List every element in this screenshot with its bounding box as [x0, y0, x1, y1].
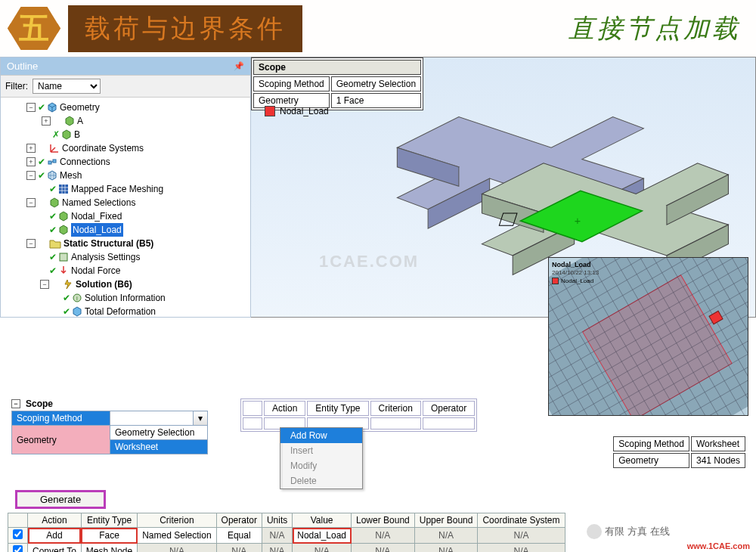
expand-icon[interactable]: −	[26, 171, 36, 180]
col-cs: Coordinate System	[478, 513, 565, 528]
cell-operator[interactable]: Equal	[216, 528, 262, 544]
watermark: 1CAE.COM	[319, 252, 419, 271]
cell-cs: N/A	[478, 544, 565, 553]
tree-static[interactable]: Static Structural (B5)	[64, 237, 153, 250]
filter-row: Filter: Name	[1, 75, 250, 98]
expand-icon[interactable]: −	[26, 239, 36, 248]
selection-icon	[58, 225, 69, 235]
cell-action[interactable]: Add	[28, 528, 82, 544]
settings-icon	[58, 252, 69, 262]
tree-solution[interactable]: Solution (B6)	[76, 278, 132, 291]
bolt-icon	[63, 279, 73, 290]
link-icon	[47, 157, 57, 167]
footer-cn1: 有限	[605, 525, 624, 538]
svg-rect-2	[59, 185, 68, 194]
row-checkbox[interactable]	[13, 529, 23, 539]
context-menu: Add Row Insert Modify Delete	[280, 427, 363, 489]
selection-icon	[58, 211, 69, 222]
inset-title: Nodal_Load	[552, 261, 591, 268]
tree-sol-info[interactable]: Solution Information	[85, 291, 166, 305]
tree-mapped[interactable]: Mapped Face Meshing	[71, 182, 163, 196]
axis-icon	[49, 143, 60, 154]
tree-geom-a[interactable]: A	[77, 114, 83, 128]
expand-icon[interactable]: −	[26, 198, 36, 207]
cell-upper: N/A	[414, 528, 478, 544]
cell-value: N/A	[293, 544, 352, 553]
page-title: 载荷与边界条件	[68, 5, 302, 52]
cell-entity[interactable]: Mesh Node	[81, 544, 137, 553]
tree-analysis[interactable]: Analysis Settings	[71, 250, 140, 264]
grid-icon	[58, 184, 69, 194]
table-row[interactable]: Add Face Named Selection Equal N/A Nodal…	[8, 528, 565, 544]
outline-tree[interactable]: −✔Geometry +A ✗B +Coordinate Systems +✔C…	[1, 98, 250, 317]
cell-criterion[interactable]: Named Selection	[138, 528, 216, 544]
expand-icon[interactable]: +	[26, 144, 36, 153]
outline-panel: Outline 📌 Filter: Name −✔Geometry +A ✗B …	[0, 57, 251, 318]
inset-legend: Nodal_Load	[552, 278, 593, 284]
tree-nodal-load[interactable]: Nodal_Load	[71, 223, 123, 237]
section-badge: 五	[8, 4, 60, 53]
scope-opt-geom-sel[interactable]: Geometry Selection	[110, 426, 207, 440]
tree-geometry[interactable]: Geometry	[60, 101, 100, 114]
mesh-inset-view[interactable]: Nodal_Load 2014/10/22 13:13 Nodal_Load	[548, 257, 748, 416]
cell-entity[interactable]: Face	[81, 528, 137, 544]
scope-opt-worksheet[interactable]: Worksheet	[110, 440, 207, 454]
inset-date: 2014/10/22 13:13	[552, 269, 599, 276]
sr-geom-value: 341 Nodes	[691, 453, 745, 468]
filter-select[interactable]: Name	[33, 79, 101, 94]
folder-icon	[49, 238, 61, 249]
expand-icon[interactable]: +	[42, 116, 51, 126]
cell-upper: N/A	[414, 544, 478, 553]
svg-text:i: i	[76, 295, 78, 302]
svg-rect-3	[60, 253, 67, 261]
title-bar: 五 载荷与边界条件 直接节点加载	[0, 0, 756, 57]
tree-coord[interactable]: Coordinate Systems	[62, 141, 144, 155]
menu-insert[interactable]: Insert	[280, 443, 362, 458]
tree-named-sel[interactable]: Named Selections	[62, 196, 135, 209]
svg-rect-1	[53, 160, 56, 163]
result-icon	[72, 306, 82, 317]
row-checkbox[interactable]	[13, 545, 23, 552]
col-action: Action	[264, 401, 305, 416]
tree-nodal-force[interactable]: Nodal Force	[71, 264, 120, 278]
cell-value[interactable]: Nodal_Load	[293, 528, 352, 544]
menu-delete[interactable]: Delete	[280, 473, 362, 488]
col-criterion: Criterion	[370, 401, 421, 416]
generate-button[interactable]: Generate	[15, 490, 106, 509]
col-operator: Operator	[216, 513, 262, 528]
col-entity: Entity Type	[81, 513, 137, 528]
filter-label: Filter:	[5, 81, 28, 91]
col-action: Action	[28, 513, 82, 528]
info-icon: i	[72, 293, 82, 303]
cell-lower: N/A	[352, 528, 415, 544]
scope-method-hl: Scoping Method	[12, 411, 110, 426]
tree-geom-b[interactable]: B	[74, 128, 80, 141]
selection-icon	[49, 197, 60, 208]
cell-action[interactable]: Convert To	[28, 544, 82, 553]
inset-legend-label: Nodal_Load	[561, 278, 593, 284]
dropdown-arrow-icon[interactable]: ▾	[194, 411, 208, 426]
tree-nodal-fixed[interactable]: Nodal_Fixed	[71, 209, 122, 223]
cube-icon	[47, 102, 57, 113]
menu-add-row[interactable]: Add Row	[280, 428, 362, 443]
svg-rect-0	[48, 161, 51, 164]
expand-icon[interactable]: −	[26, 103, 36, 112]
table-row[interactable]: Convert To Mesh Node N/A N/A N/A N/A N/A…	[8, 544, 565, 553]
pin-icon[interactable]: 📌	[234, 61, 244, 71]
page-subtitle: 直接节点加载	[569, 11, 748, 46]
tree-connections[interactable]: Connections	[60, 155, 110, 169]
scope-method-value: Geometry Selection	[331, 76, 421, 91]
expand-icon[interactable]: −	[40, 280, 49, 289]
tree-mesh[interactable]: Mesh	[60, 169, 82, 182]
tree-total-def[interactable]: Total Deformation	[85, 305, 156, 317]
scope-method-cell[interactable]	[110, 411, 194, 426]
menu-modify[interactable]: Modify	[280, 458, 362, 473]
action-table[interactable]: Action Entity Type Criterion Operator Un…	[8, 513, 565, 552]
force-icon	[58, 265, 69, 276]
expand-icon[interactable]: +	[26, 157, 36, 166]
section-number: 五	[19, 8, 49, 49]
cell-units: N/A	[262, 544, 292, 553]
col-units: Units	[262, 513, 292, 528]
scope-drop-title: Scope	[26, 398, 53, 409]
collapse-icon[interactable]: −	[11, 399, 20, 408]
